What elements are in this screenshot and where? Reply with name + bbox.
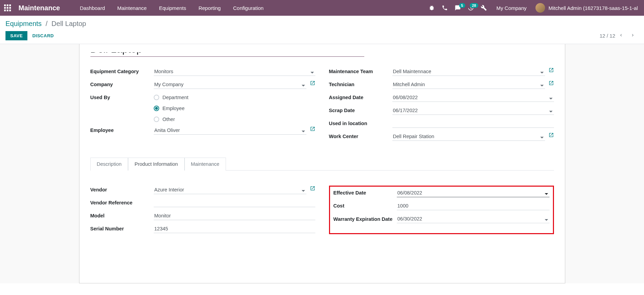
external-link-icon[interactable] bbox=[310, 186, 315, 192]
phone-icon[interactable] bbox=[438, 5, 451, 11]
label-location: Used in location bbox=[329, 119, 392, 126]
label-warranty: Warranty Expiration Date bbox=[333, 215, 397, 223]
tab-product-info[interactable]: Product Information bbox=[128, 158, 185, 171]
tools-icon[interactable] bbox=[477, 5, 490, 11]
external-link-icon[interactable] bbox=[548, 80, 554, 87]
label-vendor-ref: Vendor Reference bbox=[90, 199, 154, 205]
assigned-input[interactable] bbox=[392, 93, 554, 102]
serial-input[interactable] bbox=[154, 225, 315, 233]
svg-rect-4 bbox=[7, 7, 9, 9]
save-button[interactable]: SAVE bbox=[5, 31, 27, 40]
label-team: Maintenance Team bbox=[329, 67, 392, 74]
company-name[interactable]: My Company bbox=[490, 5, 533, 11]
navbar: Maintenance Dashboard Maintenance Equipm… bbox=[0, 0, 644, 16]
location-input[interactable] bbox=[392, 119, 554, 128]
app-brand[interactable]: Maintenance bbox=[18, 4, 60, 12]
pager-value[interactable]: 12 / 12 bbox=[599, 33, 615, 39]
breadcrumb-root[interactable]: Equipments bbox=[5, 20, 42, 27]
pager: 12 / 12 bbox=[599, 31, 639, 40]
category-input[interactable] bbox=[154, 67, 315, 76]
company-input[interactable] bbox=[154, 80, 306, 89]
label-serial: Serial Number bbox=[90, 225, 154, 231]
radio-icon bbox=[154, 95, 159, 100]
svg-rect-8 bbox=[9, 10, 11, 11]
technician-input[interactable] bbox=[392, 80, 545, 89]
label-cost: Cost bbox=[333, 202, 397, 209]
radio-icon bbox=[154, 106, 159, 111]
nav-equipments[interactable]: Equipments bbox=[153, 1, 192, 15]
vendor-input[interactable] bbox=[154, 186, 306, 194]
chat-icon[interactable]: 5 bbox=[451, 5, 464, 11]
external-link-icon[interactable] bbox=[548, 132, 554, 139]
external-link-icon[interactable] bbox=[310, 80, 315, 87]
radio-icon bbox=[154, 117, 159, 122]
breadcrumb-current: Dell Laptop bbox=[51, 20, 86, 27]
tab-maintenance[interactable]: Maintenance bbox=[185, 158, 226, 171]
label-technician: Technician bbox=[329, 80, 392, 87]
label-company: Company bbox=[90, 80, 154, 87]
svg-rect-0 bbox=[4, 4, 6, 6]
pager-prev[interactable] bbox=[615, 31, 627, 40]
label-assigned: Assigned Date bbox=[329, 93, 392, 100]
apps-icon[interactable] bbox=[3, 4, 12, 12]
cost-input[interactable] bbox=[397, 202, 550, 210]
label-effective: Effective Date bbox=[333, 189, 397, 196]
effective-input[interactable] bbox=[397, 189, 550, 197]
nav-dashboard[interactable]: Dashboard bbox=[74, 1, 111, 15]
control-panel: Equipments / Dell Laptop SAVE DISCARD 12… bbox=[0, 16, 644, 44]
external-link-icon[interactable] bbox=[548, 67, 554, 74]
workcenter-input[interactable] bbox=[392, 132, 545, 141]
svg-rect-6 bbox=[4, 10, 6, 11]
discard-button[interactable]: DISCARD bbox=[27, 31, 59, 40]
svg-rect-7 bbox=[7, 10, 9, 11]
form-sheet: Equipment Category Company Used By bbox=[79, 44, 565, 283]
pager-next[interactable] bbox=[627, 31, 639, 40]
svg-rect-5 bbox=[9, 7, 11, 9]
svg-rect-1 bbox=[7, 4, 9, 6]
nav-configuration[interactable]: Configuration bbox=[227, 1, 270, 15]
external-link-icon[interactable] bbox=[310, 126, 315, 133]
svg-rect-2 bbox=[9, 4, 11, 6]
bug-icon[interactable] bbox=[425, 5, 438, 11]
activity-icon[interactable]: 28 bbox=[464, 5, 477, 11]
svg-rect-3 bbox=[4, 7, 6, 9]
radio-employee[interactable]: Employee bbox=[154, 106, 189, 111]
warranty-input[interactable] bbox=[397, 215, 550, 223]
label-used-by: Used By bbox=[90, 93, 154, 100]
nav-maintenance[interactable]: Maintenance bbox=[111, 1, 153, 15]
radio-other[interactable]: Other bbox=[154, 117, 189, 122]
radio-department[interactable]: Department bbox=[154, 95, 189, 100]
tab-description[interactable]: Description bbox=[90, 158, 128, 171]
label-scrap: Scrap Date bbox=[329, 106, 392, 113]
team-input[interactable] bbox=[392, 67, 545, 76]
name-input[interactable] bbox=[90, 52, 364, 57]
label-workcenter: Work Center bbox=[329, 132, 392, 139]
user-menu[interactable]: Mitchell Admin (16273178-saas-15-1-al bbox=[533, 3, 641, 13]
employee-input[interactable] bbox=[154, 126, 306, 135]
tabs: Description Product Information Maintena… bbox=[90, 158, 554, 171]
label-employee: Employee bbox=[90, 126, 154, 133]
user-name: Mitchell Admin (16273178-saas-15-1-al bbox=[548, 5, 638, 11]
vendor-ref-input[interactable] bbox=[154, 199, 315, 207]
scrap-input[interactable] bbox=[392, 106, 554, 115]
nav-reporting[interactable]: Reporting bbox=[192, 1, 227, 15]
label-model: Model bbox=[90, 212, 154, 218]
highlight-box: Effective Date Cost bbox=[329, 186, 554, 234]
model-input[interactable] bbox=[154, 212, 315, 220]
label-category: Equipment Category bbox=[90, 67, 154, 74]
breadcrumb: Equipments / Dell Laptop bbox=[5, 20, 639, 28]
label-vendor: Vendor bbox=[90, 186, 154, 192]
avatar bbox=[535, 3, 545, 13]
